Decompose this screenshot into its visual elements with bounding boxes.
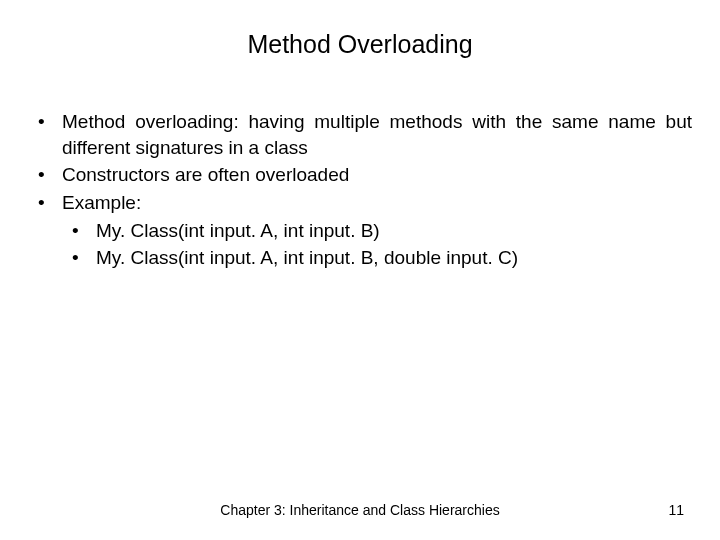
sub-bullet-item: My. Class(int input. A, int input. B, do… [62, 245, 692, 271]
slide-content: Method overloading: having multiple meth… [0, 109, 720, 271]
bullet-item: Example: My. Class(int input. A, int inp… [28, 190, 692, 271]
bullet-item: Method overloading: having multiple meth… [28, 109, 692, 160]
bullet-text: Example: [62, 192, 141, 213]
bullet-item: Constructors are often overloaded [28, 162, 692, 188]
page-number: 11 [668, 502, 684, 518]
sub-bullet-list: My. Class(int input. A, int input. B) My… [62, 218, 692, 271]
main-bullet-list: Method overloading: having multiple meth… [28, 109, 692, 271]
sub-bullet-item: My. Class(int input. A, int input. B) [62, 218, 692, 244]
footer-text: Chapter 3: Inheritance and Class Hierarc… [0, 502, 720, 518]
slide-title: Method Overloading [0, 0, 720, 109]
